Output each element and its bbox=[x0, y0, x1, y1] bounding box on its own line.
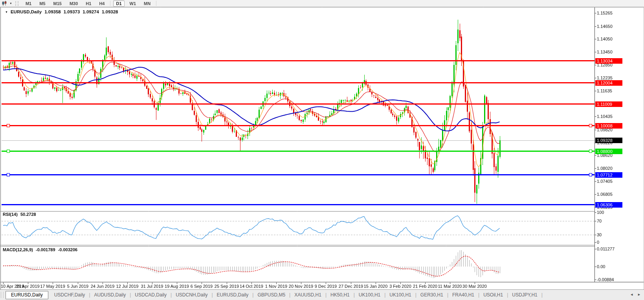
timeframe-buttons: M1M5M15M30H1H4D1W1MN bbox=[22, 0, 158, 7]
timeframe-button-d1[interactable]: D1 bbox=[113, 0, 124, 7]
chart-tab-eurusd-daily[interactable]: EURUSD,Daily bbox=[213, 291, 253, 299]
chart-tab-uk100-h1[interactable]: UK100,H1 bbox=[355, 291, 384, 299]
tab-separator: | bbox=[541, 292, 543, 298]
tab-scroll-right-icon[interactable]: ► bbox=[637, 293, 641, 296]
chart-tab-audusd-daily[interactable]: AUDUSD,Daily bbox=[90, 291, 130, 299]
timeframe-button-m1[interactable]: M1 bbox=[23, 0, 34, 7]
toolbar: ▼ M1M5M15M30H1H4D1W1MN bbox=[0, 0, 644, 7]
chart-tab-eurusd-daily[interactable]: EURUSD,Daily bbox=[6, 291, 48, 299]
chart-tab-bar: EURUSD,DailyUSDCHF,Daily|AUDUSD,Daily|US… bbox=[0, 289, 644, 300]
toolbar-separator bbox=[110, 1, 110, 6]
chart-surface[interactable] bbox=[0, 0, 644, 300]
chart-tabs: EURUSD,DailyUSDCHF,Daily|AUDUSD,Daily|US… bbox=[6, 291, 543, 299]
chart-tab-gbpusd-m5[interactable]: GBPUSD,M5 bbox=[253, 291, 289, 299]
timeframe-button-h4[interactable]: H4 bbox=[96, 0, 107, 7]
chart-type-icon[interactable] bbox=[2, 1, 8, 6]
chart-tab-fra40-h1[interactable]: FRA40,H1 bbox=[448, 291, 478, 299]
chart-tab-ger30-h1[interactable]: GER30,H1 bbox=[416, 291, 447, 299]
tab-scroll-left-icon[interactable]: ◄ bbox=[630, 293, 633, 296]
chevron-down-icon[interactable]: ▼ bbox=[9, 2, 12, 5]
timeframe-button-m15[interactable]: M15 bbox=[51, 0, 64, 7]
chart-tab-usoil-h1[interactable]: USOil,H1 bbox=[479, 291, 507, 299]
timeframe-button-m5[interactable]: M5 bbox=[37, 0, 48, 7]
chart-tab-usdcnh-daily[interactable]: USDCNH,Daily bbox=[172, 291, 211, 299]
chart-tab-hk50-h1[interactable]: HK50,H1 bbox=[327, 291, 354, 299]
timeframe-button-m30[interactable]: M30 bbox=[67, 0, 81, 7]
timeframe-button-w1[interactable]: W1 bbox=[127, 0, 139, 7]
timeframe-button-h1[interactable]: H1 bbox=[83, 0, 94, 7]
candlestick-chart-icon bbox=[2, 1, 7, 6]
timeframe-button-mn[interactable]: MN bbox=[141, 0, 153, 7]
chart-tab-usdchf-daily[interactable]: USDCHF,Daily bbox=[50, 291, 89, 299]
chart-tab-xauusd-h1[interactable]: XAUUSD,H1 bbox=[290, 291, 325, 299]
toolbar-separator bbox=[156, 1, 156, 6]
tab-scroll-arrows: ◄ ► bbox=[630, 293, 641, 296]
toolbar-grip[interactable] bbox=[15, 1, 18, 6]
tabbar-grip[interactable] bbox=[1, 292, 4, 298]
chart-tab-usdjpy-h1[interactable]: USDJPY,H1 bbox=[508, 291, 541, 299]
chart-tab-usdcad-daily[interactable]: USDCAD,Daily bbox=[131, 291, 171, 299]
chart-tab-uk100-h1[interactable]: UK100,H1 bbox=[385, 291, 415, 299]
